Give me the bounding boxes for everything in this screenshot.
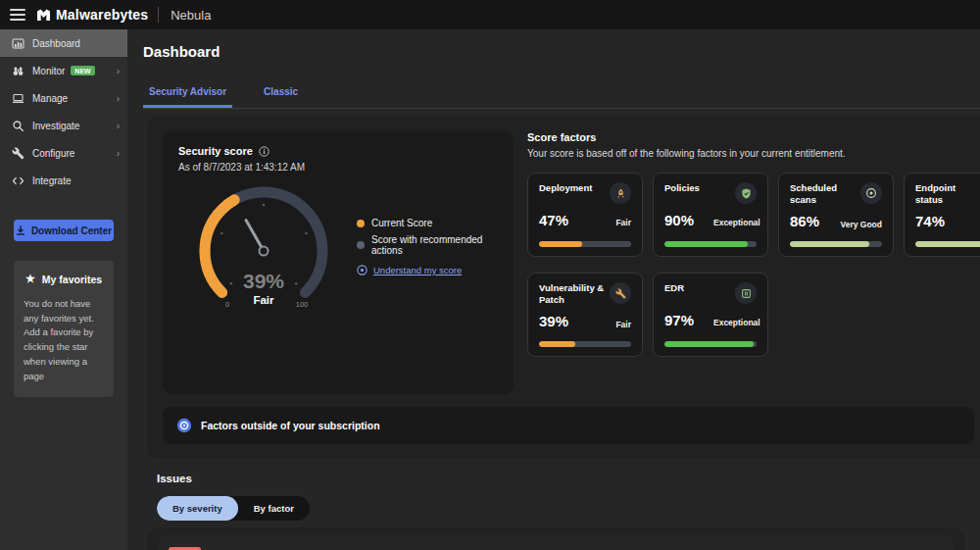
factor-name: EDR xyxy=(664,282,684,294)
sidebar-item-investigate[interactable]: Investigate › xyxy=(0,112,127,139)
top-bar: Malwarebytes Nebula xyxy=(0,0,980,29)
favorites-title: My favorites xyxy=(42,274,102,285)
tab-bar: Security Advisor Classic xyxy=(143,80,980,109)
sidebar-item-label: Dashboard xyxy=(32,38,80,49)
understand-score-label[interactable]: Understand my score xyxy=(373,265,462,275)
main-content: Dashboard Security Advisor Classic Secur… xyxy=(127,29,980,550)
factor-rating: Fair xyxy=(588,320,631,329)
favorites-panel: ★ My favorites You do not have any favor… xyxy=(14,261,114,397)
legend-dot-recommended xyxy=(357,241,365,249)
search-icon xyxy=(12,120,24,132)
help-circle-icon xyxy=(357,265,368,275)
target-icon xyxy=(860,182,882,204)
sidebar-item-integrate[interactable]: Integrate xyxy=(0,167,127,194)
sidebar: Dashboard Monitor NEW › Manage › Investi… xyxy=(0,29,127,550)
factor-percent: 39% xyxy=(539,313,568,329)
factor-name: Vulnerability & Patch xyxy=(539,282,606,307)
factor-progress-bar xyxy=(915,241,980,247)
factor-card-edr[interactable]: EDR 97% Exceptional xyxy=(653,273,768,357)
bar-chart-icon xyxy=(12,37,24,50)
factor-name: Policies xyxy=(664,182,700,194)
issues-panel: High xyxy=(147,527,965,550)
gauge-value: 39% xyxy=(243,270,284,292)
star-icon: ★ xyxy=(25,273,35,285)
tab-classic[interactable]: Classic xyxy=(258,80,304,108)
monitor-icon xyxy=(735,282,757,304)
info-icon[interactable] xyxy=(259,146,270,157)
legend-current-score: Current Score xyxy=(357,218,498,228)
toggle-by-factor[interactable]: By factor xyxy=(238,496,310,521)
compass-icon xyxy=(176,418,192,433)
factor-rating: Exceptional xyxy=(713,218,757,227)
sidebar-item-label: Manage xyxy=(32,93,68,104)
issues-toggle-group: By severity By factor xyxy=(157,496,310,521)
download-center-label: Download Center xyxy=(31,225,112,236)
security-score-card: Security score As of 8/7/2023 at 1:43:12… xyxy=(163,131,514,394)
security-advisor-panel: Security score As of 8/7/2023 at 1:43:12… xyxy=(147,116,980,459)
product-name: Nebula xyxy=(171,8,211,23)
hamburger-menu-icon[interactable] xyxy=(10,9,25,21)
gauge-max-label: 100 xyxy=(296,300,309,309)
page-title: Dashboard xyxy=(143,43,220,60)
factor-percent: 47% xyxy=(539,212,568,228)
factor-card-deployment[interactable]: Deployment 47% Fair xyxy=(527,173,643,257)
factor-percent: 90% xyxy=(664,212,694,228)
understand-score-link[interactable]: Understand my score xyxy=(357,265,498,275)
download-center-button[interactable]: Download Center xyxy=(14,220,114,241)
sidebar-item-dashboard[interactable]: Dashboard xyxy=(0,29,127,57)
score-factors-title: Score factors xyxy=(527,131,974,143)
wrench-icon xyxy=(610,282,631,304)
chevron-right-icon: › xyxy=(117,148,120,159)
code-icon xyxy=(12,175,24,187)
factor-card-policies[interactable]: Policies 90% Exceptional xyxy=(653,173,768,257)
score-timestamp: As of 8/7/2023 at 1:43:12 AM xyxy=(178,162,498,173)
factor-card-endpoint-status[interactable]: Endpoint status 74% xyxy=(904,173,980,257)
factor-progress-bar xyxy=(664,241,757,247)
score-factors-subtitle: Your score is based off of the following… xyxy=(527,148,974,159)
factor-percent: 97% xyxy=(664,312,694,328)
sidebar-item-configure[interactable]: Configure › xyxy=(0,139,127,167)
shield-icon xyxy=(735,182,757,204)
factor-progress-bar xyxy=(539,341,631,347)
gauge-min-label: 0 xyxy=(225,300,229,309)
favorites-body: You do not have any favorites yet. Add a… xyxy=(24,297,104,383)
brand-logo: Malwarebytes xyxy=(37,7,148,23)
divider xyxy=(158,7,159,23)
binoculars-icon xyxy=(12,65,24,77)
factor-progress-bar xyxy=(790,241,882,247)
wrench-icon xyxy=(12,147,24,160)
factor-card-vulnerability-patch[interactable]: Vulnerability & Patch 39% Fair xyxy=(527,273,643,357)
chevron-right-icon: › xyxy=(117,66,120,76)
sidebar-item-label: Investigate xyxy=(32,121,79,131)
security-score-gauge: 0 100 39% Fair xyxy=(178,178,351,325)
security-score-title: Security score xyxy=(178,145,253,157)
laptop-icon xyxy=(12,92,24,105)
factor-card-scheduled-scans[interactable]: Scheduled scans 86% Very Good xyxy=(778,173,894,257)
issues-severity-card: High xyxy=(159,535,954,550)
rocket-icon xyxy=(610,182,631,204)
sidebar-item-label: Integrate xyxy=(32,175,71,186)
score-factors-section: Score factors Your score is based off of… xyxy=(527,131,974,394)
gauge-legend: Current Score Score with recommended act… xyxy=(357,218,498,325)
malwarebytes-logo-icon xyxy=(37,9,50,22)
factor-percent: 74% xyxy=(915,213,945,229)
sidebar-item-manage[interactable]: Manage › xyxy=(0,84,127,112)
legend-dot-current xyxy=(357,220,365,227)
factor-name: Deployment xyxy=(539,182,592,194)
tab-security-advisor[interactable]: Security Advisor xyxy=(143,80,232,108)
new-badge: NEW xyxy=(71,66,94,75)
factor-cards-grid: Deployment 47% Fair xyxy=(527,173,974,357)
factor-progress-bar xyxy=(664,341,757,347)
legend-recommended-score: Score with recommended actions xyxy=(357,234,498,256)
download-icon xyxy=(16,225,25,235)
toggle-by-severity[interactable]: By severity xyxy=(157,496,238,521)
brand-name: Malwarebytes xyxy=(56,7,148,23)
factor-rating: Exceptional xyxy=(713,318,757,327)
gauge-rating: Fair xyxy=(253,294,274,306)
factor-rating: Very Good xyxy=(839,220,882,229)
issues-title: Issues xyxy=(157,473,192,484)
factors-outside-subscription-row[interactable]: Factors outside of your subscription xyxy=(163,407,974,444)
factor-rating: Fair xyxy=(588,218,631,227)
sidebar-item-monitor[interactable]: Monitor NEW › xyxy=(0,57,127,84)
factors-outside-label: Factors outside of your subscription xyxy=(201,420,380,431)
